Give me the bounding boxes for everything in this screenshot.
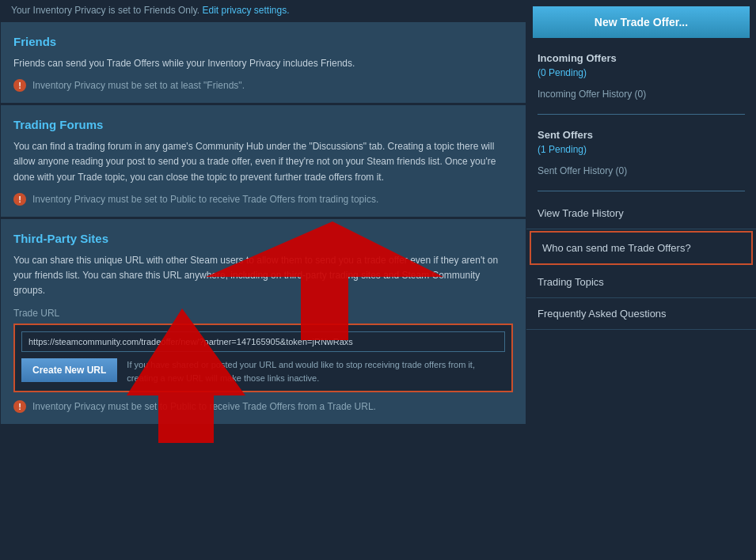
incoming-offers-title: Incoming Offers bbox=[538, 52, 745, 64]
view-trade-history-item[interactable]: View Trade History bbox=[526, 198, 756, 229]
sent-offers-title: Sent Offers bbox=[538, 129, 745, 141]
sent-history-text: Sent Offer History (0) bbox=[538, 165, 627, 176]
privacy-settings-link[interactable]: Edit privacy settings. bbox=[202, 5, 289, 16]
third-party-body: You can share this unique URL with other… bbox=[13, 253, 513, 299]
third-party-warning-text: Inventory Privacy must be set to Public … bbox=[32, 401, 376, 412]
faq-item[interactable]: Frequently Asked Questions bbox=[526, 298, 756, 330]
left-panel: Your Inventory Privacy is set to Friends… bbox=[0, 0, 526, 560]
warning-icon-third-party: ! bbox=[13, 400, 26, 413]
new-trade-offer-button[interactable]: New Trade Offer... bbox=[533, 6, 750, 38]
sidebar-divider-2 bbox=[538, 191, 745, 191]
incoming-offers-section: Incoming Offers (0 Pending) bbox=[526, 44, 756, 86]
who-can-send-item[interactable]: Who can send me Trade Offers? bbox=[530, 231, 753, 265]
third-party-section: Third-Party Sites You can share this uni… bbox=[0, 218, 526, 426]
create-url-button[interactable]: Create New URL bbox=[21, 358, 117, 382]
friends-warning-row: ! Inventory Privacy must be set to at le… bbox=[13, 79, 513, 92]
trade-url-note: If you have shared or posted your URL an… bbox=[127, 358, 505, 384]
friends-warning-text: Inventory Privacy must be set to at leas… bbox=[32, 80, 245, 91]
sidebar-divider-1 bbox=[538, 114, 745, 115]
trading-topics-item[interactable]: Trading Topics bbox=[526, 267, 756, 298]
trade-url-actions: Create New URL If you have shared or pos… bbox=[21, 358, 505, 384]
sent-pending-link[interactable]: (1 Pending) bbox=[538, 144, 745, 155]
sidebar: New Trade Offer... Incoming Offers (0 Pe… bbox=[526, 0, 756, 560]
privacy-text: Your Inventory Privacy is set to Friends… bbox=[11, 5, 199, 16]
sent-offers-section: Sent Offers (1 Pending) bbox=[526, 121, 756, 163]
privacy-banner: Your Inventory Privacy is set to Friends… bbox=[0, 0, 526, 21]
trading-forums-warning-row: ! Inventory Privacy must be set to Publi… bbox=[13, 193, 513, 206]
sent-history-section: Sent Offer History (0) bbox=[526, 163, 756, 184]
third-party-warning-row: ! Inventory Privacy must be set to Publi… bbox=[13, 400, 513, 413]
friends-title: Friends bbox=[13, 35, 513, 48]
trade-url-box: Create New URL If you have shared or pos… bbox=[13, 324, 513, 392]
incoming-history-text: Incoming Offer History (0) bbox=[538, 89, 646, 100]
trade-url-input[interactable] bbox=[21, 331, 505, 352]
trade-url-label: Trade URL bbox=[13, 308, 513, 319]
trading-forums-section: Trading Forums You can find a trading fo… bbox=[0, 104, 526, 218]
friends-body: Friends can send you Trade Offers while … bbox=[13, 56, 513, 71]
incoming-history-section: Incoming Offer History (0) bbox=[526, 86, 756, 108]
trading-forums-body: You can find a trading forum in any game… bbox=[13, 139, 513, 185]
warning-icon-friends: ! bbox=[13, 79, 26, 92]
third-party-title: Third-Party Sites bbox=[13, 232, 513, 245]
trading-forums-warning-text: Inventory Privacy must be set to Public … bbox=[32, 194, 378, 205]
warning-icon-forums: ! bbox=[13, 193, 26, 206]
friends-section: Friends Friends can send you Trade Offer… bbox=[0, 21, 526, 104]
incoming-pending-link[interactable]: (0 Pending) bbox=[538, 67, 745, 78]
trading-forums-title: Trading Forums bbox=[13, 118, 513, 131]
